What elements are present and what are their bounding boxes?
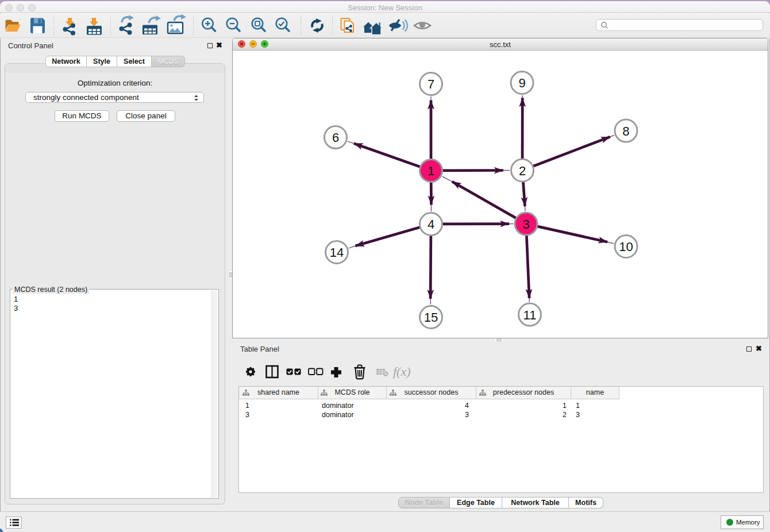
svg-text:15: 15 — [424, 310, 438, 325]
svg-text:4: 4 — [428, 217, 434, 232]
svg-text:7: 7 — [428, 77, 434, 91]
svg-text:11: 11 — [523, 308, 537, 322]
svg-text:14: 14 — [330, 245, 344, 260]
svg-text:1: 1 — [428, 164, 434, 178]
svg-text:10: 10 — [619, 240, 633, 254]
svg-text:3: 3 — [522, 217, 529, 232]
svg-text:8: 8 — [622, 124, 629, 138]
svg-text:2: 2 — [519, 164, 526, 178]
svg-text:6: 6 — [332, 130, 339, 145]
svg-text:f(x): f(x) — [393, 364, 411, 379]
svg-text:9: 9 — [518, 76, 525, 90]
